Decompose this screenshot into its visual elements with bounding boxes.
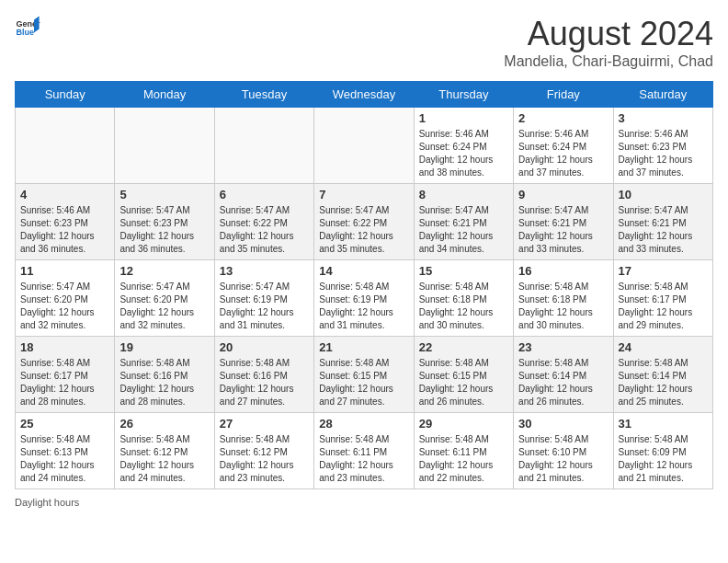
- calendar-cell-4-1: 26Sunrise: 5:48 AMSunset: 6:12 PMDayligh…: [115, 413, 214, 489]
- day-info: Sunrise: 5:46 AMSunset: 6:24 PMDaylight:…: [419, 128, 508, 179]
- header: General Blue August 2024 Mandelia, Chari…: [15, 15, 713, 70]
- day-info: Sunrise: 5:48 AMSunset: 6:11 PMDaylight:…: [319, 433, 408, 485]
- calendar-cell-3-5: 23Sunrise: 5:48 AMSunset: 6:14 PMDayligh…: [514, 337, 613, 413]
- col-wednesday: Wednesday: [314, 82, 414, 108]
- day-number: 26: [119, 417, 209, 431]
- day-number: 14: [319, 264, 408, 278]
- main-title: August 2024: [504, 15, 713, 53]
- day-number: 15: [419, 264, 508, 278]
- day-number: 29: [419, 417, 508, 431]
- day-number: 24: [619, 340, 708, 354]
- week-row-3: 18Sunrise: 5:48 AMSunset: 6:17 PMDayligh…: [16, 337, 713, 413]
- day-number: 30: [518, 417, 608, 431]
- col-friday: Friday: [514, 82, 613, 108]
- subtitle: Mandelia, Chari-Baguirmi, Chad: [504, 53, 713, 70]
- calendar-cell-0-4: 1Sunrise: 5:46 AMSunset: 6:24 PMDaylight…: [414, 108, 513, 184]
- day-info: Sunrise: 5:48 AMSunset: 6:18 PMDaylight:…: [419, 281, 508, 332]
- day-number: 25: [20, 417, 109, 431]
- day-info: Sunrise: 5:48 AMSunset: 6:16 PMDaylight:…: [119, 357, 209, 408]
- day-info: Sunrise: 5:46 AMSunset: 6:23 PMDaylight:…: [619, 128, 708, 179]
- calendar-cell-4-4: 29Sunrise: 5:48 AMSunset: 6:11 PMDayligh…: [414, 413, 513, 489]
- col-monday: Monday: [115, 82, 214, 108]
- calendar-cell-4-6: 31Sunrise: 5:48 AMSunset: 6:09 PMDayligh…: [613, 413, 712, 489]
- calendar-cell-3-4: 22Sunrise: 5:48 AMSunset: 6:15 PMDayligh…: [414, 337, 513, 413]
- week-row-0: 1Sunrise: 5:46 AMSunset: 6:24 PMDaylight…: [16, 108, 713, 184]
- day-number: 22: [419, 340, 508, 354]
- day-number: 17: [619, 264, 708, 278]
- day-info: Sunrise: 5:47 AMSunset: 6:21 PMDaylight:…: [619, 204, 708, 256]
- calendar-cell-2-3: 14Sunrise: 5:48 AMSunset: 6:19 PMDayligh…: [314, 260, 414, 337]
- day-info: Sunrise: 5:48 AMSunset: 6:15 PMDaylight:…: [319, 357, 408, 408]
- calendar-cell-2-0: 11Sunrise: 5:47 AMSunset: 6:20 PMDayligh…: [16, 260, 115, 337]
- day-number: 28: [319, 417, 408, 431]
- calendar-cell-1-6: 10Sunrise: 5:47 AMSunset: 6:21 PMDayligh…: [613, 184, 712, 260]
- day-info: Sunrise: 5:48 AMSunset: 6:12 PMDaylight:…: [220, 433, 309, 485]
- day-info: Sunrise: 5:47 AMSunset: 6:21 PMDaylight:…: [419, 204, 508, 256]
- day-info: Sunrise: 5:48 AMSunset: 6:11 PMDaylight:…: [419, 433, 508, 485]
- calendar-cell-2-6: 17Sunrise: 5:48 AMSunset: 6:17 PMDayligh…: [613, 260, 712, 337]
- calendar-cell-1-5: 9Sunrise: 5:47 AMSunset: 6:21 PMDaylight…: [514, 184, 613, 260]
- day-info: Sunrise: 5:48 AMSunset: 6:17 PMDaylight:…: [20, 357, 109, 408]
- day-info: Sunrise: 5:47 AMSunset: 6:23 PMDaylight:…: [119, 204, 209, 256]
- logo-icon: General Blue: [15, 15, 40, 40]
- calendar-cell-1-4: 8Sunrise: 5:47 AMSunset: 6:21 PMDaylight…: [414, 184, 513, 260]
- calendar-cell-1-2: 6Sunrise: 5:47 AMSunset: 6:22 PMDaylight…: [214, 184, 313, 260]
- calendar-cell-0-0: [16, 108, 115, 184]
- title-area: August 2024 Mandelia, Chari-Baguirmi, Ch…: [504, 15, 713, 70]
- calendar-cell-0-1: [115, 108, 214, 184]
- col-saturday: Saturday: [613, 82, 712, 108]
- day-number: 1: [419, 111, 508, 125]
- day-number: 12: [119, 264, 209, 278]
- day-info: Sunrise: 5:48 AMSunset: 6:10 PMDaylight:…: [518, 433, 608, 485]
- day-number: 8: [419, 188, 508, 201]
- day-info: Sunrise: 5:47 AMSunset: 6:19 PMDaylight:…: [220, 281, 309, 332]
- calendar-cell-4-2: 27Sunrise: 5:48 AMSunset: 6:12 PMDayligh…: [214, 413, 313, 489]
- day-info: Sunrise: 5:48 AMSunset: 6:19 PMDaylight:…: [319, 281, 408, 332]
- day-number: 20: [220, 340, 309, 354]
- calendar-cell-0-6: 3Sunrise: 5:46 AMSunset: 6:23 PMDaylight…: [613, 108, 712, 184]
- calendar-cell-2-5: 16Sunrise: 5:48 AMSunset: 6:18 PMDayligh…: [514, 260, 613, 337]
- day-number: 2: [518, 111, 608, 125]
- week-row-4: 25Sunrise: 5:48 AMSunset: 6:13 PMDayligh…: [16, 413, 713, 489]
- col-tuesday: Tuesday: [214, 82, 313, 108]
- calendar-cell-1-3: 7Sunrise: 5:47 AMSunset: 6:22 PMDaylight…: [314, 184, 414, 260]
- calendar-cell-4-0: 25Sunrise: 5:48 AMSunset: 6:13 PMDayligh…: [16, 413, 115, 489]
- col-thursday: Thursday: [414, 82, 513, 108]
- day-number: 7: [319, 188, 408, 201]
- calendar-cell-3-6: 24Sunrise: 5:48 AMSunset: 6:14 PMDayligh…: [613, 337, 712, 413]
- calendar-cell-2-1: 12Sunrise: 5:47 AMSunset: 6:20 PMDayligh…: [115, 260, 214, 337]
- day-number: 9: [518, 188, 608, 201]
- footer-note: Daylight hours: [15, 497, 713, 508]
- day-info: Sunrise: 5:48 AMSunset: 6:12 PMDaylight:…: [119, 433, 209, 485]
- day-info: Sunrise: 5:46 AMSunset: 6:24 PMDaylight:…: [518, 128, 608, 179]
- calendar-cell-3-2: 20Sunrise: 5:48 AMSunset: 6:16 PMDayligh…: [214, 337, 313, 413]
- day-info: Sunrise: 5:48 AMSunset: 6:15 PMDaylight:…: [419, 357, 508, 408]
- calendar-cell-0-3: [314, 108, 414, 184]
- calendar-cell-1-0: 4Sunrise: 5:46 AMSunset: 6:23 PMDaylight…: [16, 184, 115, 260]
- logo: General Blue: [15, 15, 40, 40]
- calendar-cell-1-1: 5Sunrise: 5:47 AMSunset: 6:23 PMDaylight…: [115, 184, 214, 260]
- day-info: Sunrise: 5:47 AMSunset: 6:22 PMDaylight:…: [319, 204, 408, 256]
- calendar-cell-0-2: [214, 108, 313, 184]
- svg-text:Blue: Blue: [16, 28, 34, 37]
- day-number: 19: [119, 340, 209, 354]
- day-number: 16: [518, 264, 608, 278]
- week-row-2: 11Sunrise: 5:47 AMSunset: 6:20 PMDayligh…: [16, 260, 713, 337]
- day-number: 10: [619, 188, 708, 201]
- day-number: 31: [619, 417, 708, 431]
- calendar-header-row: Sunday Monday Tuesday Wednesday Thursday…: [16, 82, 713, 108]
- calendar-cell-0-5: 2Sunrise: 5:46 AMSunset: 6:24 PMDaylight…: [514, 108, 613, 184]
- day-info: Sunrise: 5:46 AMSunset: 6:23 PMDaylight:…: [20, 204, 109, 256]
- day-info: Sunrise: 5:48 AMSunset: 6:14 PMDaylight:…: [518, 357, 608, 408]
- calendar-cell-4-5: 30Sunrise: 5:48 AMSunset: 6:10 PMDayligh…: [514, 413, 613, 489]
- day-info: Sunrise: 5:48 AMSunset: 6:16 PMDaylight:…: [220, 357, 309, 408]
- day-info: Sunrise: 5:48 AMSunset: 6:14 PMDaylight:…: [619, 357, 708, 408]
- calendar-cell-3-0: 18Sunrise: 5:48 AMSunset: 6:17 PMDayligh…: [16, 337, 115, 413]
- day-info: Sunrise: 5:48 AMSunset: 6:09 PMDaylight:…: [619, 433, 708, 485]
- calendar-cell-3-3: 21Sunrise: 5:48 AMSunset: 6:15 PMDayligh…: [314, 337, 414, 413]
- day-info: Sunrise: 5:47 AMSunset: 6:20 PMDaylight:…: [119, 281, 209, 332]
- calendar-table: Sunday Monday Tuesday Wednesday Thursday…: [15, 81, 713, 489]
- day-info: Sunrise: 5:47 AMSunset: 6:20 PMDaylight:…: [20, 281, 109, 332]
- day-info: Sunrise: 5:47 AMSunset: 6:22 PMDaylight:…: [220, 204, 309, 256]
- day-number: 5: [119, 188, 209, 201]
